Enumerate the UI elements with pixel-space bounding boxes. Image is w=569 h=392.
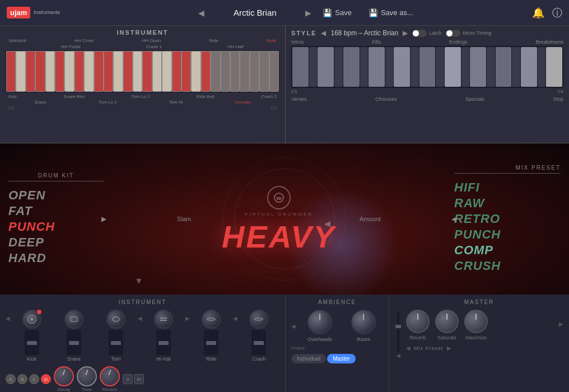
- key-b2[interactable]: [133, 51, 142, 92]
- save-button[interactable]: 💾 Save: [317, 6, 357, 20]
- reverb-knob[interactable]: [100, 366, 120, 386]
- key-d1[interactable]: [16, 51, 25, 92]
- style-key-15[interactable]: [470, 47, 486, 87]
- latch-toggle[interactable]: Latch: [412, 30, 441, 37]
- tune-knob[interactable]: [77, 366, 97, 386]
- key-f4[interactable]: [240, 51, 249, 92]
- key-f2[interactable]: [104, 51, 113, 92]
- style-key-8[interactable]: [385, 47, 393, 87]
- tom-fader-handle[interactable]: [111, 341, 121, 345]
- style-key-18[interactable]: [512, 47, 520, 87]
- style-deep[interactable]: deep: [8, 235, 104, 250]
- style-key-17[interactable]: [496, 47, 512, 87]
- key-c4[interactable]: [211, 51, 220, 92]
- mix-retro[interactable]: RETRo: [454, 212, 500, 226]
- style-key-10[interactable]: [411, 47, 418, 87]
- style-key-intro[interactable]: [292, 47, 309, 87]
- key-a4[interactable]: [259, 51, 269, 92]
- style-key-fill[interactable]: [318, 47, 334, 87]
- master-maximize-knob[interactable]: [464, 310, 488, 333]
- mix-preset-row-prev[interactable]: ◀: [406, 345, 411, 351]
- style-key-6[interactable]: [360, 47, 368, 87]
- style-key-breakdown[interactable]: [445, 47, 461, 87]
- mix-preset-prev-arrow[interactable]: ◀: [451, 215, 456, 223]
- key-a1[interactable]: [55, 51, 64, 92]
- snare-fader[interactable]: [67, 330, 81, 355]
- style-key-2[interactable]: [309, 47, 317, 87]
- crash-left-arrow[interactable]: ◀: [233, 315, 237, 321]
- key-d4[interactable]: [221, 51, 230, 92]
- key-c1[interactable]: [6, 51, 16, 92]
- decay-knob[interactable]: [54, 366, 74, 386]
- style-key-stop[interactable]: [546, 47, 562, 87]
- save-as-button[interactable]: 💾 Save as...: [363, 6, 419, 20]
- master-fader-arrow-left[interactable]: ◀: [397, 353, 400, 358]
- mix-crush[interactable]: CRUSH: [454, 259, 501, 273]
- kick-fader-handle[interactable]: [27, 341, 37, 345]
- key-c2[interactable]: [74, 51, 84, 92]
- style-key-7[interactable]: [369, 47, 385, 87]
- style-key-ending[interactable]: [394, 47, 410, 87]
- hihat-fader[interactable]: [156, 330, 171, 355]
- key-g3[interactable]: [181, 51, 191, 92]
- next-preset-button[interactable]: ▶: [305, 8, 311, 17]
- hihat-left-arrow[interactable]: ◀: [138, 315, 142, 321]
- mix-raw[interactable]: RAW: [454, 196, 484, 211]
- key-e1[interactable]: [26, 51, 35, 92]
- mute-button[interactable]: M: [134, 374, 144, 384]
- style-key-special[interactable]: [521, 47, 537, 87]
- key-a3[interactable]: [191, 51, 200, 92]
- key-g4[interactable]: [250, 51, 259, 92]
- style-hard[interactable]: HARd: [8, 251, 104, 265]
- style-open[interactable]: OPEN: [8, 188, 104, 203]
- style-next-button[interactable]: ▶: [403, 29, 408, 37]
- key-e3[interactable]: [162, 51, 171, 92]
- style-key-16[interactable]: [487, 47, 495, 87]
- key-g1[interactable]: [45, 51, 55, 92]
- individual-button[interactable]: Individual: [291, 354, 326, 363]
- style-key-12[interactable]: [436, 47, 444, 87]
- mix-preset-row-next[interactable]: ▶: [447, 345, 451, 351]
- tom-fader[interactable]: [109, 330, 123, 355]
- master-fader-handle[interactable]: [395, 325, 401, 328]
- type-btn-c[interactable]: C: [29, 374, 39, 384]
- key-g2[interactable]: [113, 51, 123, 92]
- style-keyboard[interactable]: [291, 46, 563, 88]
- style-key-11[interactable]: [419, 47, 436, 87]
- room-knob[interactable]: [351, 310, 376, 334]
- master-button[interactable]: Master: [327, 354, 356, 363]
- solo-button[interactable]: S: [123, 374, 133, 384]
- kick-fader[interactable]: [25, 330, 39, 355]
- key-d3[interactable]: [152, 51, 162, 92]
- master-saturate-knob[interactable]: [435, 310, 459, 333]
- key-b4[interactable]: [269, 51, 279, 92]
- type-btn-b[interactable]: B: [17, 374, 27, 384]
- info-icon[interactable]: ⓘ: [552, 6, 562, 20]
- ride-fader[interactable]: [204, 330, 218, 355]
- key-f3[interactable]: [172, 51, 181, 92]
- amount-arrow[interactable]: ◀: [324, 219, 330, 228]
- master-reverb-knob[interactable]: [406, 310, 430, 333]
- crash-fader[interactable]: [251, 330, 266, 355]
- mix-comp[interactable]: COMP: [454, 243, 493, 258]
- style-key-14[interactable]: [461, 47, 469, 87]
- master-fader-track[interactable]: [397, 312, 399, 352]
- style-fat[interactable]: FAT: [8, 204, 104, 218]
- key-d2[interactable]: [84, 51, 94, 92]
- master-right-arrow[interactable]: ▶: [559, 321, 563, 327]
- key-b3[interactable]: [201, 51, 211, 92]
- ambience-left-arrow[interactable]: ◀: [291, 323, 296, 329]
- key-b1[interactable]: [64, 51, 74, 92]
- mix-hifi[interactable]: HiFi: [454, 180, 480, 195]
- type-btn-a[interactable]: A: [6, 374, 16, 384]
- style-key-4[interactable]: [334, 47, 342, 87]
- crash-fader-handle[interactable]: [254, 341, 264, 345]
- hihat-fader-handle[interactable]: [158, 341, 169, 345]
- key-e4[interactable]: [230, 51, 240, 92]
- key-a2[interactable]: [123, 51, 133, 92]
- prev-preset-button[interactable]: ◀: [198, 8, 204, 17]
- type-btn-d[interactable]: D: [41, 374, 51, 384]
- center-left-arrow[interactable]: ▼: [134, 276, 143, 286]
- notification-icon[interactable]: 🔔: [532, 7, 544, 19]
- drum-kit-next-arrow[interactable]: ▶: [101, 215, 106, 223]
